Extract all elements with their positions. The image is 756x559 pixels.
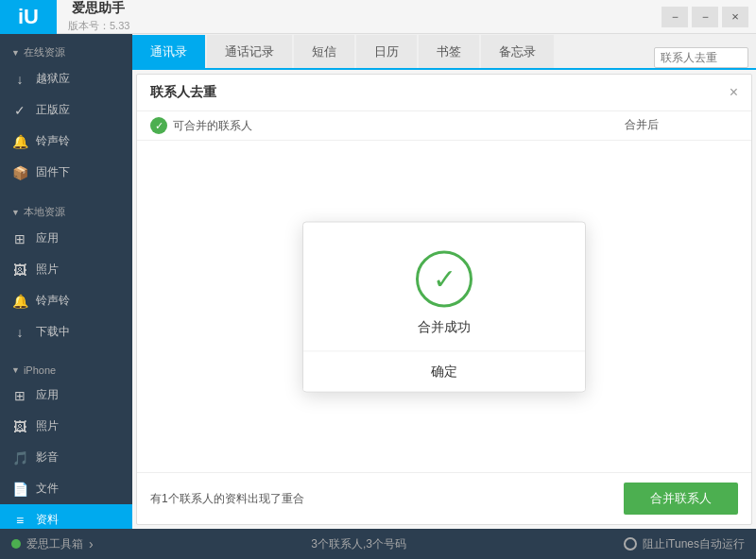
tab-call-log[interactable]: 通话记录	[207, 35, 292, 68]
confirm-icon-area: ✓ 合并成功	[303, 222, 585, 350]
dedup-columns: ✓ 可合并的联系人 合并后	[137, 111, 751, 141]
itunes-icon	[624, 537, 637, 551]
merge-contacts-button[interactable]: 合并联系人	[624, 483, 738, 515]
arrow-icon: ▼	[11, 48, 20, 58]
sidebar-item-iphone-files[interactable]: 📄 文件	[0, 473, 132, 504]
dedup-close-button[interactable]: ×	[730, 84, 738, 101]
success-icon: ✓	[416, 250, 472, 307]
dedup-col1: ✓ 可合并的联系人	[150, 117, 625, 134]
iphone-apps-icon: ⊞	[11, 388, 28, 403]
sidebar-item-local-photos[interactable]: 🖼 照片	[0, 254, 132, 285]
apps-icon: ⊞	[11, 231, 28, 246]
dedup-dialog: 联系人去重 × ✓ 可合并的联系人 合并后 ✓ 合并成功 确定 有1个	[136, 74, 752, 525]
dedup-col2: 合并后	[625, 117, 738, 134]
tab-bookmarks[interactable]: 书签	[419, 35, 479, 68]
search-input[interactable]	[654, 47, 748, 68]
dedup-info-text: 有1个联系人的资料出现了重合	[150, 491, 304, 507]
sidebar-item-local-apps[interactable]: ⊞ 应用	[0, 223, 132, 254]
status-bar: 爱思工具箱 › 3个联系人,3个号码 阻止iTunes自动运行	[0, 529, 756, 559]
close-button[interactable]: ×	[722, 7, 748, 27]
ringtone2-icon: 🔔	[11, 294, 28, 309]
app-name: 爱思助手	[72, 0, 129, 17]
confirm-dialog: ✓ 合并成功 确定	[302, 221, 586, 392]
minimize-button[interactable]: －	[662, 7, 688, 27]
iphone-photos-icon: 🖼	[11, 419, 28, 434]
media-icon: 🎵	[11, 450, 28, 466]
dedup-header: 联系人去重 ×	[137, 75, 751, 111]
legit-icon: ✓	[11, 103, 28, 118]
tab-sms[interactable]: 短信	[294, 35, 354, 68]
app-logo: iU	[0, 0, 57, 34]
maximize-button[interactable]: －	[692, 7, 718, 27]
app-version: 版本号：5.33	[68, 19, 129, 33]
sidebar-local-section: ▼ 本地资源 ⊞ 应用 🖼 照片 🔔 铃声铃 ↓ 下载中	[0, 194, 132, 353]
tab-notes[interactable]: 备忘录	[481, 35, 554, 68]
tab-contacts[interactable]: 通讯录	[132, 35, 205, 68]
confirm-btn-area: 确定	[303, 350, 585, 391]
confirm-ok-button[interactable]: 确定	[303, 351, 585, 391]
status-dot-icon	[11, 539, 21, 549]
sidebar: ▼ 在线资源 ↓ 越狱应 ✓ 正版应 🔔 铃声铃 📦 固件下 ▼ 本地资源 ⊞ …	[0, 34, 132, 529]
status-toolbox-label: 爱思工具箱	[26, 536, 83, 552]
check-icon: ✓	[150, 117, 167, 134]
sidebar-item-download[interactable]: ↓ 下载中	[0, 316, 132, 347]
status-right: 阻止iTunes自动运行	[624, 536, 745, 552]
tab-calendar[interactable]: 日历	[356, 35, 417, 68]
main-content: 联系人去重 × ✓ 可合并的联系人 合并后 ✓ 合并成功 确定 有1个	[132, 70, 756, 529]
itunes-label: 阻止iTunes自动运行	[643, 536, 745, 552]
nav-tabs: 通讯录 通话记录 短信 日历 书签 备忘录	[132, 34, 756, 70]
dedup-body: ✓ 合并成功 确定	[137, 141, 751, 472]
sidebar-item-iphone-photos[interactable]: 🖼 照片	[0, 411, 132, 442]
jailbreak-icon: ↓	[11, 72, 28, 87]
title-bar: iU 爱思助手 版本号：5.33 － － ×	[0, 0, 756, 34]
sidebar-item-local-ringtone[interactable]: 🔔 铃声铃	[0, 285, 132, 316]
sidebar-item-ringtone[interactable]: 🔔 铃声铃	[0, 126, 132, 157]
sidebar-iphone-title: ▼ iPhone	[0, 359, 132, 380]
confirm-success-text: 合并成功	[418, 318, 471, 335]
download-icon: ↓	[11, 325, 28, 340]
sidebar-item-iphone-media[interactable]: 🎵 影音	[0, 442, 132, 473]
sidebar-item-firmware[interactable]: 📦 固件下	[0, 157, 132, 188]
files-icon: 📄	[11, 482, 28, 497]
sidebar-item-jailbreak[interactable]: ↓ 越狱应	[0, 63, 132, 94]
status-center: 3个联系人,3个号码	[311, 536, 406, 552]
sidebar-item-legit[interactable]: ✓ 正版应	[0, 94, 132, 126]
status-expand-icon[interactable]: ›	[89, 536, 94, 551]
dedup-footer: 有1个联系人的资料出现了重合 合并联系人	[137, 472, 751, 524]
sidebar-online-section: ▼ 在线资源 ↓ 越狱应 ✓ 正版应 🔔 铃声铃 📦 固件下	[0, 34, 132, 194]
dedup-title: 联系人去重	[150, 84, 216, 101]
ringtone-icon: 🔔	[11, 134, 28, 149]
sidebar-item-iphone-apps[interactable]: ⊞ 应用	[0, 380, 132, 411]
firmware-icon: 📦	[11, 165, 28, 180]
photos-icon: 🖼	[11, 263, 28, 278]
status-left: 爱思工具箱 ›	[11, 536, 94, 552]
arrow-icon-iphone: ▼	[11, 365, 20, 375]
data-icon: ≡	[11, 513, 28, 528]
sidebar-local-title: ▼ 本地资源	[0, 199, 132, 223]
window-controls: － － ×	[662, 7, 756, 27]
arrow-icon-local: ▼	[11, 208, 20, 217]
sidebar-online-title: ▼ 在线资源	[0, 40, 132, 63]
sidebar-item-iphone-data[interactable]: ≡ 资料	[0, 504, 132, 529]
sidebar-iphone-section: ▼ iPhone ⊞ 应用 🖼 照片 🎵 影音 📄 文件 ≡ 资料 ··· 更多	[0, 353, 132, 529]
